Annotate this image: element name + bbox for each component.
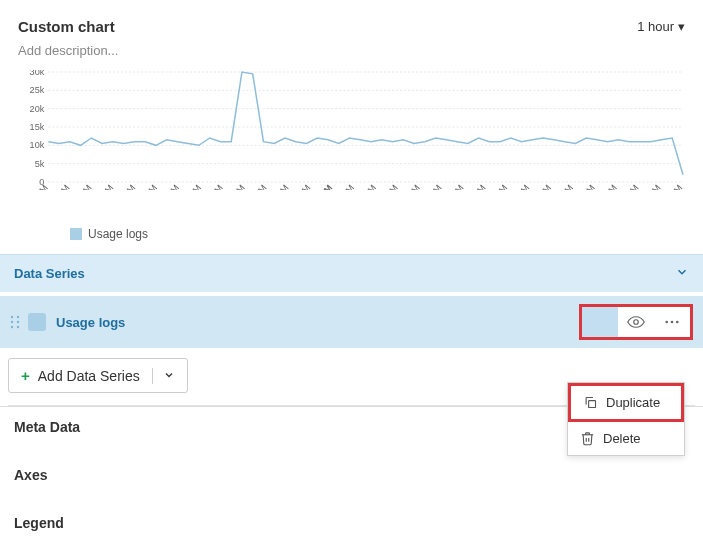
svg-point-51	[665, 321, 668, 324]
duplicate-icon	[583, 395, 598, 410]
svg-point-52	[671, 321, 674, 324]
more-actions-button[interactable]	[654, 307, 690, 337]
highlight-annotation	[579, 304, 693, 340]
legend-swatch	[70, 228, 82, 240]
svg-point-49	[17, 326, 19, 328]
chevron-down-icon	[675, 265, 689, 282]
section-label: Data Series	[14, 266, 85, 281]
svg-text:6:34 AM: 6:34 AM	[21, 183, 50, 190]
plus-icon: +	[21, 367, 30, 384]
svg-text:20k: 20k	[30, 104, 45, 114]
chart: 05k10k15k20k25k30k 6:34 AM6:36 AM6:38 AM…	[18, 70, 685, 250]
drag-handle-icon[interactable]	[10, 315, 20, 329]
chart-title[interactable]: Custom chart	[18, 18, 115, 35]
add-data-series-button[interactable]: + Add Data Series	[8, 358, 188, 393]
svg-text:15k: 15k	[30, 122, 45, 132]
section-axes[interactable]: Axes	[0, 455, 703, 495]
svg-text:25k: 25k	[30, 85, 45, 95]
series-color-swatch[interactable]	[28, 313, 46, 331]
svg-text:10k: 10k	[30, 140, 45, 150]
svg-rect-54	[589, 401, 596, 408]
menu-duplicate-label: Duplicate	[606, 395, 660, 410]
series-action-spacer	[582, 307, 618, 337]
svg-point-44	[11, 316, 13, 318]
chevron-down-icon	[163, 369, 175, 381]
series-row[interactable]: Usage logs	[0, 296, 703, 348]
visibility-toggle[interactable]	[618, 307, 654, 337]
time-range-selector[interactable]: 1 hour ▾	[637, 19, 685, 34]
context-menu: Duplicate Delete	[567, 382, 685, 456]
more-icon	[663, 313, 681, 331]
legend-label: Usage logs	[88, 227, 148, 241]
eye-icon	[627, 313, 645, 331]
menu-delete-label: Delete	[603, 431, 641, 446]
section-legend[interactable]: Legend	[0, 503, 703, 541]
time-range-label: 1 hour	[637, 19, 674, 34]
svg-text:30k: 30k	[30, 70, 45, 77]
svg-point-53	[676, 321, 679, 324]
svg-point-50	[634, 320, 639, 325]
svg-point-46	[11, 321, 13, 323]
menu-delete[interactable]: Delete	[568, 422, 684, 455]
chart-legend: Usage logs	[70, 227, 685, 241]
description-input[interactable]: Add description...	[18, 43, 685, 58]
series-name[interactable]: Usage logs	[56, 315, 579, 330]
menu-duplicate[interactable]: Duplicate	[571, 386, 681, 419]
add-button-dropdown[interactable]	[152, 368, 175, 384]
svg-text:7AM: 7AM	[314, 183, 334, 190]
chart-svg: 05k10k15k20k25k30k 6:34 AM6:36 AM6:38 AM…	[18, 70, 685, 190]
add-button-label: Add Data Series	[38, 368, 140, 384]
section-data-series[interactable]: Data Series	[0, 254, 703, 292]
delete-icon	[580, 431, 595, 446]
svg-point-48	[11, 326, 13, 328]
svg-point-47	[17, 321, 19, 323]
caret-down-icon: ▾	[678, 19, 685, 34]
svg-text:5k: 5k	[35, 159, 45, 169]
svg-point-45	[17, 316, 19, 318]
